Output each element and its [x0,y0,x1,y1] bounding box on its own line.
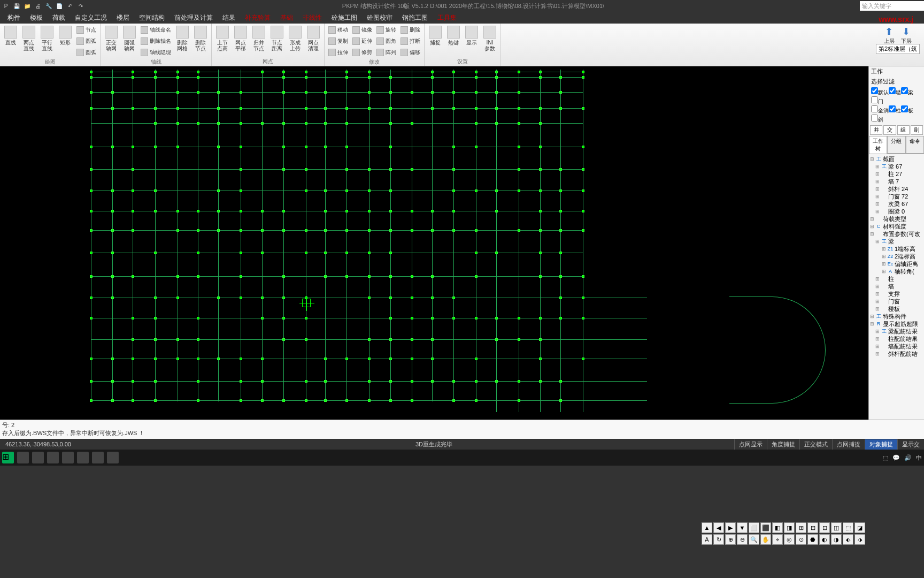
taskbar-app[interactable] [77,452,89,463]
menu-钢施工图[interactable]: 钢施工图 [402,13,428,22]
tree-item[interactable]: ⊞Z11端标高 [869,245,924,253]
view-btn[interactable]: ⊕ [725,534,736,545]
ribbon-btn[interactable]: 网点 清理 [305,25,322,52]
view-btn[interactable]: ▲ [702,522,712,533]
ribbon-btn[interactable]: 圆弧 轴网 [121,25,138,52]
toggle-点网显示[interactable]: 点网显示 [734,439,767,450]
system-tray[interactable]: ⬚ 💬 🔊 中 [883,454,922,462]
menu-基础[interactable]: 基础 [280,13,293,22]
ime-indicator[interactable]: 中 [916,454,922,462]
ribbon-btn[interactable]: 上节 点高 [214,25,231,52]
tree-item[interactable]: ⊞Z22端标高 [869,253,924,260]
view-btn[interactable]: ↻ [713,534,724,545]
rp-tab-工作树[interactable]: 工作树 [869,136,887,154]
ribbon-btn[interactable]: 热键 [445,25,462,47]
ribbon-small-btn[interactable]: 移动 [327,25,350,35]
print-icon[interactable]: 🖨 [34,2,42,10]
filter-默认[interactable]: 默认 [871,89,889,95]
save-icon[interactable]: 💾 [13,2,20,10]
menu-砼图校审[interactable]: 砼图校审 [367,13,392,22]
menu-楼板[interactable]: 楼板 [30,13,43,22]
ribbon-small-btn[interactable]: 复制 [327,36,350,47]
ribbon-small-btn[interactable]: 轴线隐现 [139,47,173,58]
view-btn[interactable]: ⬜ [749,522,759,533]
view-btn[interactable]: ⊟ [807,522,818,533]
tree-item[interactable]: ⊞工梁 67 [869,163,924,170]
tree-item[interactable]: ⊞A轴转角( [869,268,924,275]
tree-item[interactable]: ⊞工特殊构件 [869,313,924,320]
ribbon-small-btn[interactable]: 轴线命名 [139,25,173,35]
tree-item[interactable]: ⊞荷载类型 [869,215,924,223]
command-line[interactable]: 号: 2 存入后缀为.BWS文件中，异常中断时可恢复为.JWS ！ [0,420,924,439]
tree-item[interactable]: ⊞圈梁 0 [869,208,924,215]
menu-楼层[interactable]: 楼层 [117,13,129,22]
menu-构件[interactable]: 构件 [7,13,20,22]
tray-icon[interactable]: 💬 [892,454,900,461]
ribbon-btn[interactable]: 节点 距离 [268,25,286,52]
view-btn[interactable]: ⊙ [796,534,806,545]
view-btn[interactable]: ⊡ [819,522,830,533]
ribbon-small-btn[interactable]: 偏移 [399,47,422,58]
tree-item[interactable]: ⊞墙 7 [869,178,924,185]
view-btn[interactable]: ⊖ [737,534,748,545]
toggle-点网捕捉[interactable]: 点网捕捉 [832,439,865,450]
view-btn[interactable]: ⬚ [843,522,853,533]
ribbon-small-btn[interactable]: 镜像 [351,25,374,35]
ribbon-btn[interactable]: 网点 平移 [232,25,249,52]
tray-icon[interactable]: ⬚ [883,454,888,461]
tree-item[interactable]: ⊞门窗 72 [869,193,924,200]
floor-select[interactable]: 第2标准层（筑 [876,44,920,54]
tree-item[interactable]: ⊞支撑 [869,290,924,298]
ribbon-btn[interactable]: 删除 节点 [192,25,209,52]
ribbon-btn[interactable]: INI 参数 [481,25,498,52]
view-btn[interactable]: ◪ [854,522,865,533]
toggle-对象捕捉[interactable]: 对象捕捉 [865,439,897,450]
open-icon[interactable]: 📁 [24,2,31,10]
tree-item[interactable]: ⊞工梁配筋结果 [869,328,924,335]
tree-item[interactable]: ⊞柱 [869,275,924,283]
tree-item[interactable]: ⊞Ec偏轴距离 [869,260,924,268]
floor-up[interactable]: ⬆上层 [882,26,896,43]
ribbon-small-btn[interactable]: 延伸 [351,36,374,47]
ribbon-small-btn[interactable]: 圆弧 [75,36,98,47]
view-btn[interactable]: ▼ [737,522,748,533]
undo-icon[interactable]: ↶ [66,2,74,10]
tree-item[interactable]: ⊞斜杆配筋结 [869,350,924,358]
ribbon-btn[interactable]: 两点 直线 [20,25,37,52]
filter-板[interactable]: 板 [901,108,913,113]
ribbon-small-btn[interactable]: 旋转 [375,25,398,35]
menu-砼施工图[interactable]: 砼施工图 [332,13,357,22]
search-input[interactable]: 输入关键字 [860,1,924,11]
menu-工具集[interactable]: 工具集 [437,13,457,22]
ribbon-small-btn[interactable]: 打断 [399,36,422,47]
menu-非线性[interactable]: 非线性 [303,13,322,22]
tree-item[interactable]: ⊞墙配筋结果 [869,343,924,350]
toggle-正交模式[interactable]: 正交模式 [799,439,832,450]
view-btn[interactable]: ⊞ [796,522,806,533]
rp-tab-分组[interactable]: 分组 [887,136,905,154]
toggle-显示交[interactable]: 显示交 [897,439,924,450]
menu-荷载[interactable]: 荷载 [52,13,65,22]
view-btn[interactable]: ▶ [725,522,736,533]
tree-item[interactable]: ⊞柱配筋结果 [869,335,924,343]
ribbon-btn[interactable]: 形成 上传 [287,25,304,52]
rp-btn-交[interactable]: 交 [883,125,896,135]
filter-全消[interactable]: 全消 [871,108,889,113]
start-button[interactable]: ⊞ [2,452,14,463]
ribbon-btn[interactable]: 归并 节点 [250,25,267,52]
tree-item[interactable]: ⊞工截面 [869,155,924,163]
ribbon-btn[interactable]: 捕捉 [427,25,444,47]
taskbar-app[interactable] [107,452,119,463]
taskbar-app[interactable] [32,452,44,463]
menu-补充验算[interactable]: 补充验算 [245,13,271,22]
view-btn[interactable]: ◎ [784,534,795,545]
view-btn[interactable]: ⌖ [772,534,783,545]
ribbon-small-btn[interactable]: 节点 [75,25,98,35]
menu-空间结构[interactable]: 空间结构 [139,13,165,22]
tree-item[interactable]: ⊞楼板 [869,305,924,313]
tree-item[interactable]: ⊞C材料强度 [869,223,924,230]
view-btn[interactable]: ⬛ [760,522,771,533]
toggle-角度捕捉[interactable]: 角度捕捉 [767,439,799,450]
rp-btn-组[interactable]: 组 [897,125,910,135]
tree-item[interactable]: ⊞次梁 67 [869,200,924,208]
